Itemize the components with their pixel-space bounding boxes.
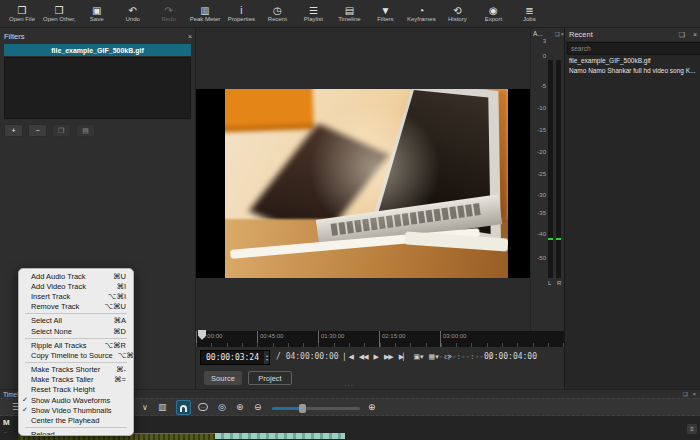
recent-button[interactable]: ◷ Recent [259,1,295,27]
menu-select-all[interactable]: Select All ⌘A [19,316,133,326]
recent-list: file_example_GIF_500kB.gifNamo Namo Shan… [565,56,700,76]
playlist-button[interactable]: ☰ Playlist [295,1,331,27]
in-out-menu-button[interactable]: ▣ ▾ [414,351,423,363]
menu-separator[interactable] [25,362,127,363]
snap-toggle-button[interactable] [176,400,191,415]
add-filter-button[interactable]: + [4,124,23,137]
menu-item-shortcut: ⌥⌘I [108,292,126,301]
close-icon[interactable]: × [689,31,700,38]
filter-button-icon: − [35,127,39,134]
timeline-clip-video[interactable] [215,433,345,439]
export-button[interactable]: ◉ Export [475,1,511,27]
float-icon[interactable]: ❏ [683,391,688,397]
meter-bar-right [556,60,561,278]
scrub-while-dragging-icon[interactable]: ∙∙∙ [198,403,208,411]
jobs-button[interactable]: ≣ Jobs [511,1,547,27]
toolbar-icon: ◔ [418,5,424,16]
toolbar-label: Keyframes [407,16,436,23]
split-view-icon[interactable]: ▥ [158,401,167,414]
menu-reset-track-height[interactable]: Reset Track Height [19,385,133,395]
filters-list[interactable] [4,57,191,119]
master-track-label[interactable]: M [3,418,10,427]
meter-scale-label: 0 [543,53,546,59]
recent-item[interactable]: file_example_GIF_500kB.gif [565,56,700,66]
skip-to-start-button[interactable]: ▏◀ [344,351,353,363]
transport-bar: 00:00:03:24 ▴ ▾ / 04:00:00:00 ▏◀ ◀◀ ▶ ▶▶… [196,347,564,369]
paste-filters-button[interactable]: ▤ [76,124,95,137]
timecode-spinner[interactable]: ▴ ▾ [264,351,269,364]
ripple-all-tracks-icon[interactable]: ⊛ [236,401,244,414]
menu-make-tracks-taller[interactable]: Make Tracks Taller ⌘= [19,375,133,385]
zoom-in-icon[interactable]: ⊕ [368,401,376,414]
menu-make-tracks-shorter[interactable]: Make Tracks Shorter ⌘- [19,365,133,375]
recent-search-input[interactable] [567,42,700,55]
tab-project[interactable]: Project [248,371,292,385]
meter-scale-label: -40 [537,231,546,237]
zoom-out-icon[interactable]: ⊖ [254,401,262,414]
recent-item[interactable]: Namo Namo Shankar full hd video song K..… [565,66,700,76]
menu-item-label: Make Tracks Taller [31,375,109,384]
menu-copy-timeline-to-source[interactable]: Copy Timeline to Source ⌥⌘C [19,350,133,360]
menu-show-video-thumbnails[interactable]: Show Video Thumbnails [19,405,133,415]
copy-filters-button[interactable]: ❐ [52,124,71,137]
keyframes-button[interactable]: ◔ Keyframes [403,1,439,27]
open-file-button[interactable]: ❐ Open File [4,1,40,27]
menu-insert-track[interactable]: Insert Track ⌥⌘I [19,291,133,301]
toolbar-label: Open Other, [43,16,76,23]
peak-meter-button[interactable]: ▥ Peak Meter [187,1,224,27]
history-button[interactable]: ⟲ History [439,1,475,27]
play-button[interactable]: ▶ [374,351,378,363]
spin-down-icon[interactable]: ▾ [265,358,269,362]
menu-add-video-track[interactable]: Add Video Track ⌘I [19,281,133,291]
toolbar-label: Export [485,16,502,23]
video-preview-area[interactable] [196,28,530,331]
toolbar-icon: ▤ [345,5,354,16]
menu-separator[interactable] [25,313,127,314]
filters-button[interactable]: ▼ Filters [367,1,403,27]
toolbar-label: Redo [162,16,176,23]
menu-item-label: Ripple All Tracks [31,341,99,350]
current-timecode: 00:00:03:24 [201,353,264,362]
float-icon[interactable]: ❏ [675,31,689,39]
timeline-zoom-slider[interactable] [272,407,360,410]
fast-forward-button[interactable]: ▶▶ [384,351,393,363]
menu-item-label: Copy Timeline to Source [31,351,113,360]
menu-remove-track[interactable]: Remove Track ⌥⌘U [19,302,133,312]
ripple-icon[interactable]: ◎ [218,401,226,414]
video-image [225,89,508,278]
menu-ripple-all-tracks[interactable]: Ripple All Tracks ⌥⌘R [19,340,133,350]
close-icon[interactable]: × [693,391,696,397]
meter-scale-label: 3 [543,38,546,44]
undo-button[interactable]: ↶ Undo [115,1,151,27]
resize-handle[interactable]: ··· [344,382,354,389]
skip-to-end-button[interactable]: ▶▏ [399,351,408,363]
redo-button[interactable]: ↷ Redo [151,1,187,27]
toolbar-label: History [448,16,467,23]
scroll-grip-icon[interactable]: ≡ [687,424,697,434]
timeline-button[interactable]: ▤ Timeline [331,1,367,27]
menu-reload[interactable]: Reload [19,430,133,436]
meter-level-right [556,238,561,240]
toolbar-label: Recent [268,16,287,23]
menu-center-the-playhead[interactable]: Center the Playhead [19,415,133,425]
open-other-button[interactable]: ❒ Open Other, [40,1,79,27]
filters-selected-clip[interactable]: file_example_GIF_500kB.gif [4,44,191,56]
tab-source[interactable]: Source [204,371,242,385]
toolbar-label: Jobs [523,16,536,23]
menu-separator[interactable] [25,338,127,339]
menu-item-shortcut: ⌘= [114,375,126,384]
menu-item-label: Show Audio Waveforms [31,396,121,405]
current-timecode-field[interactable]: 00:00:03:24 ▴ ▾ [200,350,270,365]
menu-select-none[interactable]: Select None ⌘D [19,326,133,336]
menu-add-audio-track[interactable]: Add Audio Track ⌘U [19,271,133,281]
menu-show-audio-waveforms[interactable]: Show Audio Waveforms [19,395,133,405]
menu-separator[interactable] [25,427,127,428]
properties-button[interactable]: i Properties [223,1,259,27]
rewind-button[interactable]: ◀◀ [359,351,368,363]
zoom-slider-handle[interactable] [299,404,306,413]
save-button[interactable]: ▣ Save [79,1,115,27]
chevron-down-icon[interactable]: ∨ [142,401,148,414]
close-icon[interactable]: × [184,33,196,40]
remove-filter-button[interactable]: − [28,124,47,137]
meter-scale-label: -10 [537,105,546,111]
